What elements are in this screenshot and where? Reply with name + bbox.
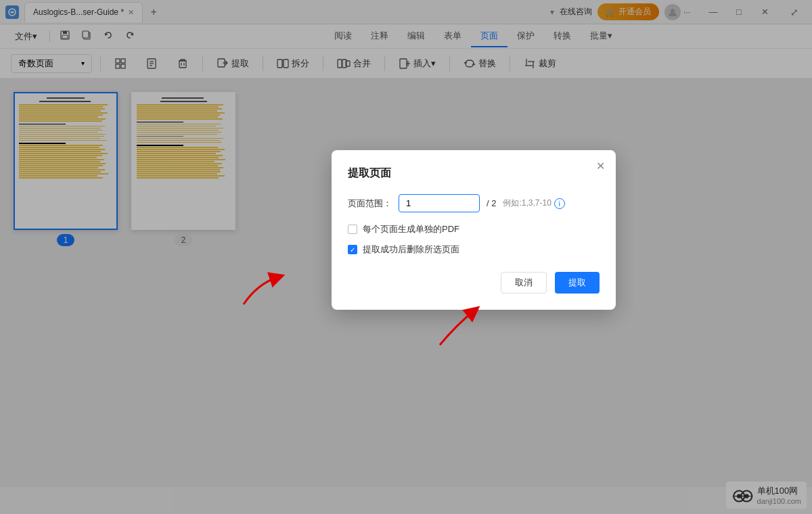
page-range-label: 页面范围： [348, 197, 392, 210]
example-label: 例如:1,3,7-10 [503, 197, 551, 209]
example-text: 例如:1,3,7-10 i [503, 197, 564, 209]
modal-title: 提取页面 [348, 166, 600, 181]
single-pdf-checkbox[interactable] [348, 225, 357, 234]
page-range-input[interactable] [399, 194, 480, 212]
delete-after-extract-checkbox[interactable]: ✓ [348, 245, 357, 254]
checkbox-row-2: ✓ 提取成功后删除所选页面 [348, 243, 600, 256]
extract-page-dialog: 提取页面 ✕ 页面范围： / 2 例如:1,3,7-10 i 每个页面生成单独的… [332, 150, 616, 310]
page-total: / 2 [487, 198, 496, 208]
delete-after-extract-label: 提取成功后删除所选页面 [363, 243, 459, 256]
cancel-button[interactable]: 取消 [501, 272, 547, 294]
modal-overlay: 提取页面 ✕ 页面范围： / 2 例如:1,3,7-10 i 每个页面生成单独的… [0, 0, 812, 514]
checkbox-row-1: 每个页面生成单独的PDF [348, 223, 600, 235]
confirm-extract-button[interactable]: 提取 [555, 272, 600, 294]
page-range-row: 页面范围： / 2 例如:1,3,7-10 i [348, 194, 600, 212]
info-icon[interactable]: i [554, 198, 565, 209]
single-pdf-label: 每个页面生成单独的PDF [363, 223, 459, 235]
modal-close-button[interactable]: ✕ [596, 161, 605, 172]
modal-footer: 取消 提取 [348, 272, 600, 294]
